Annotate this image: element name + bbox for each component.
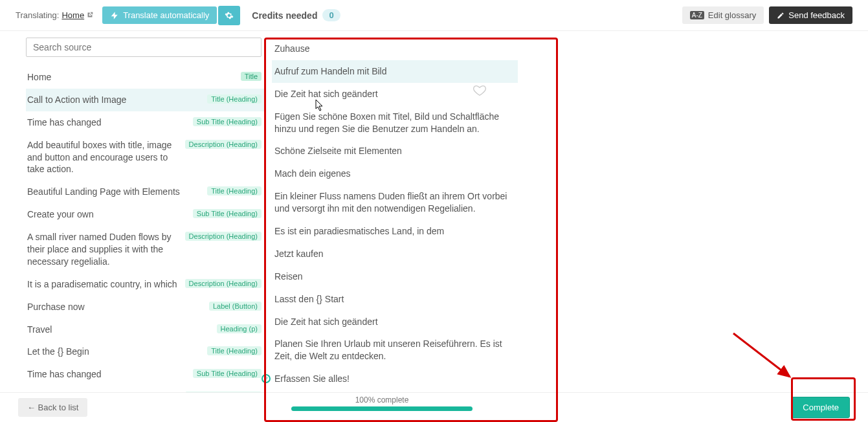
target-row[interactable]: Erfassen Sie alles! [272, 368, 518, 390]
progress-bar [291, 406, 473, 411]
row-tag: Sub Title (Heading) [193, 369, 262, 378]
source-row[interactable]: TravelHeading (p) [26, 318, 264, 341]
credits-label: Credits needed [252, 10, 317, 21]
source-row[interactable]: HomeTitle [26, 66, 264, 89]
edit-glossary-button[interactable]: A-Z Edit glossary [682, 6, 764, 24]
back-to-list-button[interactable]: ← Back to list [18, 398, 87, 417]
source-text: Add beautiful boxes with title, image an… [27, 139, 185, 176]
favorite-icon[interactable] [473, 83, 487, 99]
row-tag: Description (Heading) [185, 279, 262, 288]
source-text: Let the {} Begin [27, 346, 207, 358]
row-tag: Title (Heading) [207, 346, 262, 355]
source-row[interactable]: It is a paradisematic country, in whichD… [26, 273, 264, 296]
source-text: Beautiful Landing Page with Elements [27, 186, 207, 198]
source-text: Create your own [27, 208, 193, 221]
source-row[interactable]: A small river named Duden flows by their… [26, 226, 264, 273]
target-row[interactable]: Jetzt kaufen [272, 243, 518, 265]
target-row[interactable]: Die Zeit hat sich geändert [272, 311, 518, 333]
credits-badge: 0 [322, 9, 340, 21]
target-row[interactable]: Aufruf zum Handeln mit Bild [272, 60, 518, 83]
row-tag: Sub Title (Heading) [193, 117, 262, 126]
row-tag: Label (Button) [209, 302, 262, 311]
target-row[interactable]: Mach dein eigenes [272, 162, 518, 185]
bottombar: ← Back to list 100% complete Complete [0, 392, 868, 422]
translating-label: Translating: [16, 10, 59, 20]
source-text: Travel [27, 324, 217, 336]
source-text: Call to Action with Image [27, 94, 207, 106]
source-text: A small river named Duden flows by their… [27, 231, 185, 268]
source-list: HomeTitleCall to Action with ImageTitle … [26, 66, 264, 392]
breadcrumb-link[interactable]: Home [61, 10, 84, 20]
source-text: Purchase now [27, 301, 209, 313]
resize-handle[interactable]: ? [262, 374, 271, 383]
translate-auto-button[interactable]: Translate automatically [102, 6, 217, 24]
target-row[interactable]: Schöne Zielseite mit Elementen [272, 140, 518, 162]
row-tag: Title [241, 72, 262, 81]
source-text: Home [27, 71, 241, 83]
row-tag: Sub Title (Heading) [193, 209, 262, 218]
row-tag: Title (Heading) [207, 94, 262, 104]
source-row[interactable]: Call to Action with ImageTitle (Heading) [26, 89, 264, 111]
search-input[interactable] [26, 38, 262, 57]
source-text: It is a paradisematic country, in which [27, 278, 185, 291]
bolt-icon [110, 11, 119, 20]
row-tag: Heading (p) [217, 324, 262, 333]
target-row[interactable]: Planen Sie Ihren Urlaub mit unseren Reis… [272, 333, 518, 368]
settings-button[interactable] [218, 6, 240, 25]
target-row[interactable]: Lasst den {} Start [272, 288, 518, 311]
pencil-icon [777, 12, 785, 19]
row-tag: Description (Heading) [185, 140, 262, 149]
edit-glossary-label: Edit glossary [708, 10, 756, 20]
source-row[interactable]: Time has changedSub Title (Heading) [26, 363, 264, 386]
topbar: Translating: Home Translate automaticall… [0, 0, 868, 31]
source-text: Time has changed [27, 117, 193, 129]
external-link-icon [87, 12, 93, 19]
progress-label: 100% complete [278, 395, 485, 405]
target-row[interactable]: Ein kleiner Fluss namens Duden fließt an… [272, 185, 518, 220]
source-text: Time has changed [27, 368, 193, 381]
target-row[interactable]: Zuhause [272, 38, 518, 60]
translate-auto-label: Translate automatically [123, 10, 209, 20]
source-row[interactable]: Purchase nowLabel (Button) [26, 296, 264, 318]
source-row[interactable]: Let the {} BeginTitle (Heading) [26, 340, 264, 363]
main-area: HomeTitleCall to Action with ImageTitle … [0, 31, 868, 392]
send-feedback-label: Send feedback [788, 10, 845, 20]
row-tag: Title (Heading) [207, 186, 262, 195]
target-row[interactable]: Fügen Sie schöne Boxen mit Titel, Bild u… [272, 106, 518, 140]
source-row[interactable]: Start planning your vacation with our tr… [26, 386, 264, 392]
row-tag: Description (Heading) [185, 232, 262, 241]
target-row[interactable]: Reisen [272, 265, 518, 288]
source-column: HomeTitleCall to Action with ImageTitle … [0, 31, 264, 392]
source-row[interactable]: Add beautiful boxes with title, image an… [26, 134, 264, 181]
source-row[interactable]: Beautiful Landing Page with ElementsTitl… [26, 181, 264, 203]
progress: 100% complete [278, 395, 485, 411]
send-feedback-button[interactable]: Send feedback [769, 6, 852, 24]
target-column: ZuhauseAufruf zum Handeln mit BildDie Ze… [264, 31, 868, 392]
gear-icon [225, 11, 234, 20]
source-row[interactable]: Time has changedSub Title (Heading) [26, 111, 264, 134]
glossary-icon: A-Z [690, 11, 704, 19]
source-row[interactable]: Create your ownSub Title (Heading) [26, 203, 264, 226]
target-row[interactable]: Es ist ein paradiesmatisches Land, in de… [272, 220, 518, 243]
target-list: ZuhauseAufruf zum Handeln mit BildDie Ze… [272, 38, 868, 390]
complete-button[interactable]: Complete [792, 397, 850, 418]
